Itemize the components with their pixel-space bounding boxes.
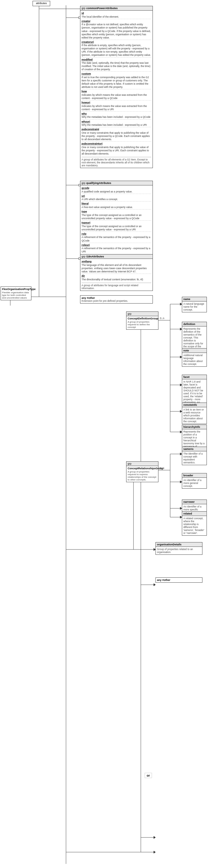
field-whyuri: whyuri Why the metadata has been include… xyxy=(81,119,151,127)
box-header-i18n: grp i18nAttributes xyxy=(80,254,152,259)
field-custom: custom If set to true the corresponding … xyxy=(81,71,151,89)
box-body-broader: An identifier of a more general concept. xyxy=(182,478,207,488)
box-body-related: A related concept, where the relationshi… xyxy=(182,516,207,535)
broader-box-title: broader xyxy=(183,474,193,477)
cdg-name: ConceptDefinitionGroup xyxy=(128,317,157,320)
box-header-name: name xyxy=(182,297,207,302)
box-title-i18n: i18nAttributes xyxy=(86,255,104,258)
related-box: related A related concept, where the rel… xyxy=(182,511,207,536)
box-body-crg: ConceptRelationshipsGroup A group of pro… xyxy=(127,466,158,482)
box-header-definition: definition xyxy=(182,322,207,327)
orgdetails-box-title: organisationDetails xyxy=(157,543,182,546)
multiplicity-crg: 0..n xyxy=(160,467,164,470)
definition-desc: Represents the definition of the semanti… xyxy=(183,327,205,351)
box-body-note: Additional natural language information … xyxy=(182,353,207,366)
i18n-attributes-box: grp i18nAttributes xmllang The language … xyxy=(80,254,153,291)
box-body-qualifying: qcode A qualified code assigned as a pro… xyxy=(80,185,152,263)
box-body-i18n: xmllang The language of this element and… xyxy=(80,259,152,290)
box-header-cdg: grp xyxy=(127,312,158,316)
svg-marker-49 xyxy=(154,584,155,586)
title-label: attributes xyxy=(33,1,50,5)
box-header-broader: broader xyxy=(182,473,207,478)
box-header-related: related xyxy=(182,512,207,516)
facet-box-title: facet xyxy=(183,375,189,378)
box-title-common: commonPowerAttributes xyxy=(86,7,118,10)
field-howuri: howuri Indicates by which means the valu… xyxy=(81,100,151,112)
box-header-hierarchyinfo: hierarchyInfo xyxy=(182,425,207,429)
concept-definition-group-box: grp ConceptDefinitionGroup A group of pr… xyxy=(126,311,159,330)
flex-org-prop-type-box: FlexOrganisationPropType Flexible organi… xyxy=(1,286,31,300)
note-box-title: note xyxy=(183,349,189,352)
box-header-orgdetails: organisationDetails xyxy=(156,542,202,547)
multiplicity-cdg: 0..n xyxy=(160,317,164,320)
field-type: type The type of the concept assigned as… xyxy=(81,209,151,220)
diagram-container: attributes grp commonPowerAttributes id … xyxy=(0,0,208,868)
name-box: name A natural language name for the con… xyxy=(182,297,207,312)
field-uri: uri A URI which identifies a concept. xyxy=(81,194,151,202)
box-header-facet: facet xyxy=(182,375,207,379)
box-header-sameas: sameAs xyxy=(182,447,207,451)
any-other-2-box: any #other xyxy=(155,578,202,583)
field-why: why Why the metadata has been included -… xyxy=(81,112,151,119)
remote-info-box: remoteInfo A link to an item or a web re… xyxy=(182,403,207,424)
note-desc: Additional natural language information … xyxy=(183,354,205,366)
title-box: attributes xyxy=(33,1,50,6)
field-dir: dir The directionality of textual conten… xyxy=(81,274,151,281)
box-header-note: note xyxy=(182,348,207,353)
definition-box-title: definition xyxy=(183,322,196,326)
box-body-sameas: The identifier of a concept with equival… xyxy=(182,451,207,465)
narrower-box-title: narrower xyxy=(183,500,195,503)
concept-relationships-group-box: grp ConceptRelationshipsGroup A group of… xyxy=(126,461,159,482)
crg-desc: A group of properties required to expres… xyxy=(128,470,157,481)
box-header-qualifying: grp qualifyingAttributes xyxy=(80,181,152,185)
any-other-box: any #other Extension point for pre-defin… xyxy=(80,295,153,304)
field-typeuri: typeuri The type of the concept assigned… xyxy=(81,220,151,231)
stereotype-cdg: grp xyxy=(128,312,131,315)
field-creator: creator If a @creator value is not defin… xyxy=(81,19,151,40)
common-power-attributes-box: grp commonPowerAttributes id The local i… xyxy=(80,6,153,168)
field-pubconstrainturi: pubconstrainturi One or many constraints… xyxy=(81,141,151,156)
stereotype-qualifying: grp xyxy=(81,182,85,185)
any-other-2-label: any #other xyxy=(157,579,201,582)
box-body-name: A natural language name for the concept. xyxy=(182,302,207,312)
field-xmllang: xmllang The language of this element and… xyxy=(81,260,151,274)
field-pubconstraint: pubconstraint One or many constraints th… xyxy=(81,127,151,141)
qualifying-attributes-box: grp qualifyingAttributes qcode A qualifi… xyxy=(80,181,153,263)
svg-marker-50 xyxy=(154,836,155,839)
field-roleuri: roleuri A refinement of the semantics of… xyxy=(81,243,151,254)
box-title-qualifying: qualifyingAttributes xyxy=(86,182,111,185)
related-desc: A related concept, where the relationshi… xyxy=(183,517,205,534)
stereotype-common: grp xyxy=(81,7,85,10)
footer-i18n: A group of attributes for language and s… xyxy=(81,283,151,290)
box-header-remoteinfo: remoteInfo xyxy=(182,403,207,407)
cdg-desc: A group of properties required to define… xyxy=(128,320,157,329)
field-id: id The local identifier of the element. xyxy=(81,11,151,19)
name-box-title: name xyxy=(183,298,190,301)
flex-org-prop-type-desc: Flexible organisation data type for both… xyxy=(2,291,30,299)
box-header-common: grp commonPowerAttributes xyxy=(80,6,152,10)
remoteinfo-desc: A link to an item or a web resource whic… xyxy=(183,408,205,423)
organisation-details-box: organisationDetails Group of properties … xyxy=(155,542,202,555)
box-header-crg: grp xyxy=(127,462,158,466)
field-role: role A refinement of the semantics of th… xyxy=(81,231,151,243)
sameas-box-title: sameAs xyxy=(183,447,194,451)
sameas-desc: The identifier of a concept with equival… xyxy=(183,452,205,464)
field-modified: modified The date (and, optionally, the … xyxy=(81,57,151,72)
related-box-title: related xyxy=(183,512,192,515)
stereotype-i18n: grp xyxy=(81,255,85,258)
hierarchyinfo-box-title: hierarchyInfo xyxy=(183,426,200,428)
same-as-box: sameAs The identifier of a concept with … xyxy=(182,446,207,465)
broader-desc: An identifier of a more general concept. xyxy=(183,479,205,488)
box-body-orgdetails: Group of properties related to an organi… xyxy=(156,547,202,555)
svg-marker-51 xyxy=(154,851,155,853)
note-box: note Additional natural language informa… xyxy=(182,348,207,367)
field-creatoruri: creatoruri If the attribute is empty, sp… xyxy=(81,40,151,57)
footer-common: A group of attributes for all elements o… xyxy=(81,157,151,167)
or-label: or xyxy=(145,773,152,778)
orgdetails-desc: Group of properties related to an organi… xyxy=(157,548,201,554)
box-body-common: id The local identifier of the element. … xyxy=(80,10,152,168)
stereotype-crg: grp xyxy=(128,462,131,465)
field-literal: literal A free-text value assigned as a … xyxy=(81,201,151,209)
any-other-desc: Extension point for pre-defined properti… xyxy=(81,300,151,302)
broader-box: broader An identifier of a more general … xyxy=(182,473,207,489)
